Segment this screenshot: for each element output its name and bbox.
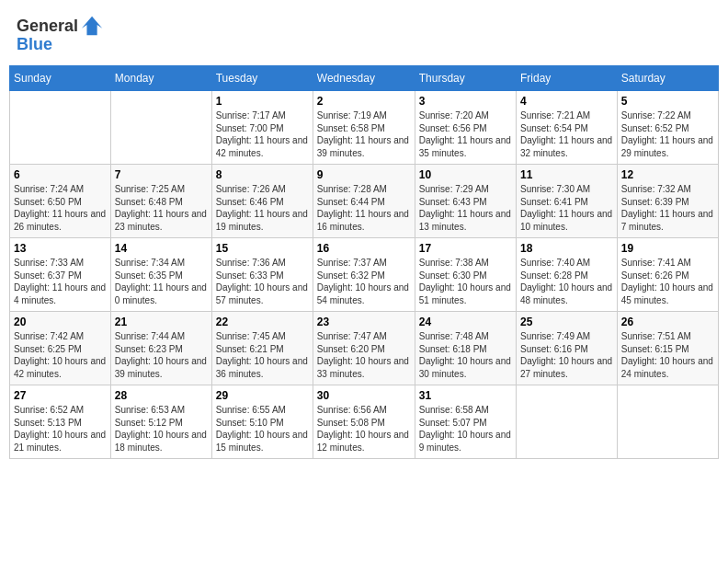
day-cell-29: 29Sunrise: 6:55 AMSunset: 5:10 PMDayligh… [211, 385, 313, 459]
weekday-monday: Monday [110, 66, 211, 91]
day-info: Sunrise: 7:32 AMSunset: 6:39 PMDaylight:… [621, 184, 713, 232]
day-cell-5: 5Sunrise: 7:22 AMSunset: 6:52 PMDaylight… [617, 91, 718, 165]
day-number: 5 [621, 95, 714, 108]
day-cell-6: 6Sunrise: 7:24 AMSunset: 6:50 PMDaylight… [10, 165, 111, 238]
day-cell-15: 15Sunrise: 7:36 AMSunset: 6:33 PMDayligh… [211, 238, 313, 312]
day-cell-16: 16Sunrise: 7:37 AMSunset: 6:32 PMDayligh… [313, 238, 415, 312]
day-number: 7 [115, 168, 208, 181]
day-info: Sunrise: 7:19 AMSunset: 6:58 PMDaylight:… [317, 110, 409, 158]
day-cell-8: 8Sunrise: 7:26 AMSunset: 6:46 PMDaylight… [211, 165, 313, 238]
day-cell-26: 26Sunrise: 7:51 AMSunset: 6:15 PMDayligh… [617, 312, 718, 385]
day-number: 2 [317, 95, 411, 108]
day-info: Sunrise: 7:47 AMSunset: 6:20 PMDaylight:… [317, 331, 409, 379]
day-number: 11 [520, 168, 613, 181]
day-number: 23 [317, 316, 411, 328]
day-number: 18 [520, 242, 613, 255]
empty-cell [517, 385, 618, 459]
day-cell-19: 19Sunrise: 7:41 AMSunset: 6:26 PMDayligh… [617, 238, 718, 312]
day-number: 14 [115, 242, 208, 255]
weekday-saturday: Saturday [617, 66, 718, 91]
day-number: 8 [216, 168, 309, 181]
day-number: 27 [14, 389, 107, 402]
day-cell-17: 17Sunrise: 7:38 AMSunset: 6:30 PMDayligh… [415, 238, 516, 312]
day-cell-10: 10Sunrise: 7:29 AMSunset: 6:43 PMDayligh… [415, 165, 516, 238]
day-info: Sunrise: 7:20 AMSunset: 6:56 PMDaylight:… [419, 110, 511, 158]
day-cell-3: 3Sunrise: 7:20 AMSunset: 6:56 PMDaylight… [415, 91, 516, 165]
week-row-3: 13Sunrise: 7:33 AMSunset: 6:37 PMDayligh… [10, 238, 719, 312]
day-number: 29 [216, 389, 309, 402]
day-cell-11: 11Sunrise: 7:30 AMSunset: 6:41 PMDayligh… [517, 165, 618, 238]
day-info: Sunrise: 7:44 AMSunset: 6:23 PMDaylight:… [115, 331, 207, 379]
day-info: Sunrise: 7:38 AMSunset: 6:30 PMDaylight:… [419, 258, 511, 305]
day-cell-24: 24Sunrise: 7:48 AMSunset: 6:18 PMDayligh… [415, 312, 516, 385]
day-number: 4 [520, 95, 613, 108]
day-cell-25: 25Sunrise: 7:49 AMSunset: 6:16 PMDayligh… [517, 312, 618, 385]
day-cell-13: 13Sunrise: 7:33 AMSunset: 6:37 PMDayligh… [10, 238, 111, 312]
day-info: Sunrise: 7:34 AMSunset: 6:35 PMDaylight:… [115, 258, 207, 305]
weekday-header-row: SundayMondayTuesdayWednesdayThursdayFrid… [10, 66, 719, 91]
day-cell-7: 7Sunrise: 7:25 AMSunset: 6:48 PMDaylight… [110, 165, 211, 238]
day-number: 3 [419, 95, 512, 108]
day-info: Sunrise: 7:49 AMSunset: 6:16 PMDaylight:… [520, 331, 612, 379]
day-info: Sunrise: 6:58 AMSunset: 5:07 PMDaylight:… [419, 405, 511, 453]
logo-general-text: General [17, 17, 78, 36]
day-info: Sunrise: 7:28 AMSunset: 6:44 PMDaylight:… [317, 184, 409, 232]
day-info: Sunrise: 7:21 AMSunset: 6:54 PMDaylight:… [520, 110, 612, 158]
logo-icon [80, 13, 106, 39]
day-number: 24 [419, 316, 512, 328]
week-row-5: 27Sunrise: 6:52 AMSunset: 5:13 PMDayligh… [10, 385, 719, 459]
day-cell-30: 30Sunrise: 6:56 AMSunset: 5:08 PMDayligh… [313, 385, 415, 459]
day-info: Sunrise: 7:45 AMSunset: 6:21 PMDaylight:… [216, 331, 308, 379]
calendar-table: SundayMondayTuesdayWednesdayThursdayFrid… [9, 65, 719, 459]
day-number: 21 [115, 316, 208, 328]
day-info: Sunrise: 7:22 AMSunset: 6:52 PMDaylight:… [621, 110, 713, 158]
day-cell-20: 20Sunrise: 7:42 AMSunset: 6:25 PMDayligh… [10, 312, 111, 385]
logo: General Blue [17, 13, 106, 54]
weekday-sunday: Sunday [10, 66, 111, 91]
day-cell-4: 4Sunrise: 7:21 AMSunset: 6:54 PMDaylight… [517, 91, 618, 165]
day-number: 6 [14, 168, 107, 181]
empty-cell [110, 91, 211, 165]
day-cell-21: 21Sunrise: 7:44 AMSunset: 6:23 PMDayligh… [110, 312, 211, 385]
day-cell-12: 12Sunrise: 7:32 AMSunset: 6:39 PMDayligh… [617, 165, 718, 238]
day-number: 22 [216, 316, 309, 328]
day-number: 30 [317, 389, 411, 402]
weekday-friday: Friday [517, 66, 618, 91]
day-info: Sunrise: 7:33 AMSunset: 6:37 PMDaylight:… [14, 258, 106, 305]
day-number: 31 [419, 389, 512, 402]
week-row-4: 20Sunrise: 7:42 AMSunset: 6:25 PMDayligh… [10, 312, 719, 385]
empty-cell [617, 385, 718, 459]
day-number: 17 [419, 242, 512, 255]
day-cell-31: 31Sunrise: 6:58 AMSunset: 5:07 PMDayligh… [415, 385, 516, 459]
day-info: Sunrise: 7:24 AMSunset: 6:50 PMDaylight:… [14, 184, 106, 232]
day-number: 20 [14, 316, 107, 328]
day-number: 9 [317, 168, 411, 181]
empty-cell [10, 91, 111, 165]
day-cell-1: 1Sunrise: 7:17 AMSunset: 7:00 PMDaylight… [211, 91, 313, 165]
day-number: 1 [216, 95, 309, 108]
day-info: Sunrise: 7:36 AMSunset: 6:33 PMDaylight:… [216, 258, 308, 305]
day-info: Sunrise: 7:25 AMSunset: 6:48 PMDaylight:… [115, 184, 207, 232]
page-header: General Blue [9, 9, 719, 58]
day-info: Sunrise: 7:42 AMSunset: 6:25 PMDaylight:… [14, 331, 106, 379]
day-info: Sunrise: 6:55 AMSunset: 5:10 PMDaylight:… [216, 405, 308, 453]
day-info: Sunrise: 7:30 AMSunset: 6:41 PMDaylight:… [520, 184, 612, 232]
day-info: Sunrise: 6:52 AMSunset: 5:13 PMDaylight:… [14, 405, 106, 453]
svg-marker-0 [82, 17, 102, 36]
week-row-2: 6Sunrise: 7:24 AMSunset: 6:50 PMDaylight… [10, 165, 719, 238]
day-cell-28: 28Sunrise: 6:53 AMSunset: 5:12 PMDayligh… [110, 385, 211, 459]
day-number: 26 [621, 316, 714, 328]
day-cell-2: 2Sunrise: 7:19 AMSunset: 6:58 PMDaylight… [313, 91, 415, 165]
day-info: Sunrise: 7:51 AMSunset: 6:15 PMDaylight:… [621, 331, 713, 379]
day-number: 13 [14, 242, 107, 255]
day-cell-23: 23Sunrise: 7:47 AMSunset: 6:20 PMDayligh… [313, 312, 415, 385]
day-number: 10 [419, 168, 512, 181]
day-number: 12 [621, 168, 714, 181]
day-info: Sunrise: 7:29 AMSunset: 6:43 PMDaylight:… [419, 184, 511, 232]
day-cell-27: 27Sunrise: 6:52 AMSunset: 5:13 PMDayligh… [10, 385, 111, 459]
day-info: Sunrise: 7:40 AMSunset: 6:28 PMDaylight:… [520, 258, 612, 305]
day-info: Sunrise: 7:37 AMSunset: 6:32 PMDaylight:… [317, 258, 409, 305]
day-cell-22: 22Sunrise: 7:45 AMSunset: 6:21 PMDayligh… [211, 312, 313, 385]
day-info: Sunrise: 7:48 AMSunset: 6:18 PMDaylight:… [419, 331, 511, 379]
day-info: Sunrise: 6:56 AMSunset: 5:08 PMDaylight:… [317, 405, 409, 453]
